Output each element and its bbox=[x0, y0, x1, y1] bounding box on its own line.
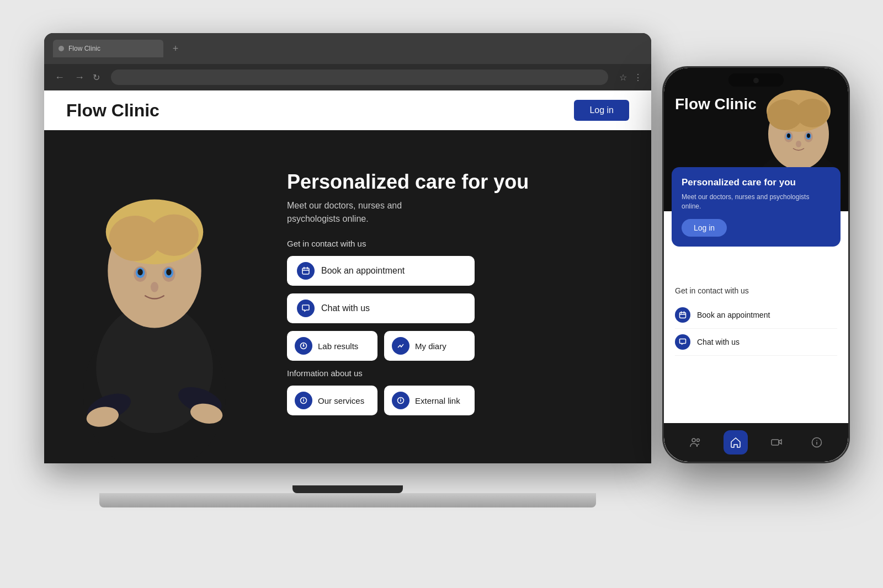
phone-calendar-icon bbox=[675, 307, 690, 323]
phone-chat-item[interactable]: Chat with us bbox=[675, 329, 837, 356]
lab-results-button[interactable]: Lab results bbox=[287, 331, 377, 361]
tab-add-button[interactable]: + bbox=[169, 42, 182, 55]
forward-icon[interactable]: → bbox=[73, 72, 86, 83]
laptop-hinge bbox=[292, 485, 403, 493]
svg-point-30 bbox=[400, 398, 401, 399]
svg-point-11 bbox=[137, 269, 142, 275]
svg-point-13 bbox=[151, 282, 158, 292]
phone-login-button[interactable]: Log in bbox=[682, 219, 727, 237]
chat-icon bbox=[297, 300, 315, 317]
svg-rect-44 bbox=[680, 313, 686, 318]
lab-results-label: Lab results bbox=[318, 341, 358, 351]
phone-chat-icon bbox=[675, 334, 690, 350]
doctor-illustration bbox=[44, 130, 265, 463]
tab-close-icon[interactable] bbox=[58, 46, 64, 51]
browser-navbar: ← → ↻ ☆ ⋮ bbox=[44, 64, 651, 90]
cta-panel: Personalized care for you Meet our docto… bbox=[265, 154, 651, 440]
address-bar[interactable] bbox=[111, 70, 608, 85]
svg-rect-50 bbox=[772, 440, 779, 445]
external-link-button[interactable]: External link bbox=[384, 386, 475, 415]
svg-point-36 bbox=[796, 99, 829, 127]
phone-screen: Flow Clinic bbox=[664, 68, 848, 462]
tab-title: Flow Clinic bbox=[68, 45, 100, 52]
our-services-label: Our services bbox=[318, 396, 364, 405]
chat-button[interactable]: Chat with us bbox=[287, 293, 475, 323]
services-external-row: Our services Extern bbox=[287, 386, 629, 415]
laptop-screen-body: Flow Clinic + ← → ↻ ☆ ⋮ Flow Clinic Log … bbox=[44, 33, 651, 463]
phone-card-subtitle: Meet our doctors, nurses and psychologis… bbox=[682, 193, 831, 211]
external-icon bbox=[392, 392, 409, 409]
phone-book-appointment-label: Book an appointment bbox=[697, 311, 770, 319]
website-screen: Flow Clinic Log in bbox=[44, 90, 651, 463]
nav-video-icon[interactable] bbox=[764, 430, 789, 455]
laptop-device: Flow Clinic + ← → ↻ ☆ ⋮ Flow Clinic Log … bbox=[44, 33, 651, 507]
laptop-base bbox=[99, 493, 596, 507]
lab-diary-row: Lab results My diary bbox=[287, 331, 629, 361]
nav-people-icon[interactable] bbox=[683, 430, 708, 455]
browser-tab[interactable]: Flow Clinic bbox=[53, 40, 163, 57]
website-header: Flow Clinic Log in bbox=[44, 90, 651, 130]
website-login-button[interactable]: Log in bbox=[574, 100, 629, 121]
nav-home-icon[interactable] bbox=[724, 430, 748, 455]
book-appointment-row: Book an appointment bbox=[287, 256, 629, 286]
calendar-icon bbox=[297, 262, 315, 280]
phone-camera bbox=[753, 78, 759, 83]
svg-point-53 bbox=[816, 440, 817, 441]
svg-point-41 bbox=[787, 133, 790, 138]
svg-point-49 bbox=[696, 439, 699, 442]
svg-point-6 bbox=[150, 215, 199, 256]
svg-point-42 bbox=[807, 133, 810, 138]
svg-point-24 bbox=[303, 345, 305, 347]
book-appointment-button[interactable]: Book an appointment bbox=[287, 256, 475, 286]
my-diary-label: My diary bbox=[415, 341, 446, 351]
browser-chrome: Flow Clinic + bbox=[44, 33, 651, 64]
cta-subtitle: Meet our doctors, nurses and psychologis… bbox=[287, 199, 629, 226]
chat-row: Chat with us bbox=[287, 293, 629, 323]
phone-contact-label: Get in contact with us bbox=[675, 286, 837, 295]
nav-info-icon[interactable] bbox=[805, 430, 829, 455]
phone-book-appointment-item[interactable]: Book an appointment bbox=[675, 302, 837, 329]
phone-chat-label: Chat with us bbox=[697, 338, 740, 346]
back-icon[interactable]: ← bbox=[53, 72, 66, 83]
external-link-label: External link bbox=[415, 396, 460, 405]
svg-point-43 bbox=[796, 141, 801, 147]
chat-label: Chat with us bbox=[321, 303, 370, 313]
phone-bottom-nav bbox=[664, 423, 848, 462]
phone-info-card: Personalized care for you Meet our docto… bbox=[672, 167, 841, 247]
contact-label: Get in contact with us bbox=[287, 239, 629, 248]
diary-icon bbox=[392, 337, 409, 355]
lab-icon bbox=[295, 337, 312, 355]
book-appointment-label: Book an appointment bbox=[321, 266, 405, 276]
phone-device: Flow Clinic bbox=[662, 66, 850, 463]
svg-point-27 bbox=[303, 398, 304, 399]
doctor-image-area bbox=[44, 130, 265, 463]
svg-point-48 bbox=[692, 439, 695, 442]
services-icon bbox=[295, 392, 312, 409]
website-logo: Flow Clinic bbox=[66, 100, 159, 121]
scene: Flow Clinic + ← → ↻ ☆ ⋮ Flow Clinic Log … bbox=[0, 0, 883, 588]
svg-rect-18 bbox=[302, 268, 309, 274]
phone-card-title: Personalized care for you bbox=[682, 177, 831, 188]
phone-logo: Flow Clinic bbox=[675, 95, 757, 113]
bookmark-icon[interactable]: ☆ bbox=[619, 72, 627, 83]
refresh-icon[interactable]: ↻ bbox=[93, 72, 100, 83]
svg-point-12 bbox=[166, 269, 171, 275]
info-label: Information about us bbox=[287, 368, 629, 378]
menu-icon[interactable]: ⋮ bbox=[634, 72, 642, 83]
my-diary-button[interactable]: My diary bbox=[384, 331, 475, 361]
our-services-button[interactable]: Our services bbox=[287, 386, 377, 415]
cta-title: Personalized care for you bbox=[287, 170, 629, 194]
website-main: Personalized care for you Meet our docto… bbox=[44, 130, 651, 463]
